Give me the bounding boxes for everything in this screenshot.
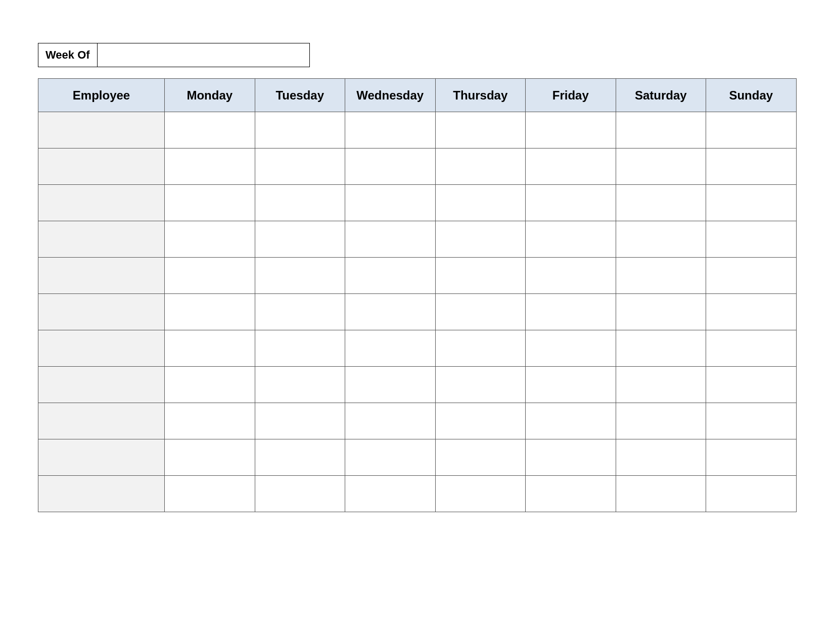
day-cell[interactable] [435,403,526,439]
day-cell[interactable] [345,148,436,185]
day-cell[interactable] [255,148,345,185]
day-cell[interactable] [255,403,345,439]
day-cell[interactable] [165,439,255,476]
day-cell[interactable] [706,476,797,512]
day-cell[interactable] [165,403,255,439]
day-cell[interactable] [165,185,255,221]
employee-cell[interactable] [38,403,165,439]
day-cell[interactable] [435,330,526,367]
day-cell[interactable] [706,258,797,294]
day-cell[interactable] [345,294,436,330]
day-cell[interactable] [616,330,706,367]
day-cell[interactable] [435,221,526,258]
day-cell[interactable] [435,112,526,148]
schedule-body [38,112,797,512]
day-cell[interactable] [345,330,436,367]
day-cell[interactable] [526,294,616,330]
day-cell[interactable] [345,185,436,221]
day-cell[interactable] [706,403,797,439]
day-cell[interactable] [255,258,345,294]
day-cell[interactable] [345,367,436,403]
employee-cell[interactable] [38,476,165,512]
day-cell[interactable] [616,258,706,294]
day-cell[interactable] [526,367,616,403]
day-cell[interactable] [706,221,797,258]
day-cell[interactable] [345,439,436,476]
table-row [38,112,797,148]
employee-cell[interactable] [38,367,165,403]
day-cell[interactable] [435,294,526,330]
week-of-input[interactable] [98,43,310,67]
day-cell[interactable] [255,476,345,512]
employee-cell[interactable] [38,148,165,185]
day-cell[interactable] [435,476,526,512]
table-row [38,330,797,367]
day-cell[interactable] [616,148,706,185]
day-cell[interactable] [255,367,345,403]
day-cell[interactable] [526,258,616,294]
day-cell[interactable] [165,148,255,185]
day-cell[interactable] [435,439,526,476]
day-cell[interactable] [435,185,526,221]
day-cell[interactable] [706,439,797,476]
day-cell[interactable] [165,294,255,330]
table-row [38,367,797,403]
schedule-table: Employee Monday Tuesday Wednesday Thursd… [38,78,797,512]
day-cell[interactable] [526,148,616,185]
employee-cell[interactable] [38,221,165,258]
day-cell[interactable] [616,439,706,476]
day-cell[interactable] [435,258,526,294]
day-cell[interactable] [255,185,345,221]
employee-cell[interactable] [38,258,165,294]
header-friday: Friday [526,79,616,112]
day-cell[interactable] [345,476,436,512]
day-cell[interactable] [345,112,436,148]
day-cell[interactable] [706,185,797,221]
day-cell[interactable] [706,112,797,148]
day-cell[interactable] [616,221,706,258]
day-cell[interactable] [255,439,345,476]
day-cell[interactable] [706,148,797,185]
day-cell[interactable] [706,367,797,403]
day-cell[interactable] [616,367,706,403]
table-row [38,403,797,439]
employee-cell[interactable] [38,439,165,476]
employee-cell[interactable] [38,294,165,330]
day-cell[interactable] [165,258,255,294]
table-row [38,221,797,258]
day-cell[interactable] [706,330,797,367]
day-cell[interactable] [165,330,255,367]
day-cell[interactable] [706,294,797,330]
day-cell[interactable] [165,112,255,148]
day-cell[interactable] [255,330,345,367]
day-cell[interactable] [526,330,616,367]
day-cell[interactable] [616,294,706,330]
day-cell[interactable] [616,403,706,439]
day-cell[interactable] [165,476,255,512]
day-cell[interactable] [616,185,706,221]
header-sunday: Sunday [706,79,797,112]
day-cell[interactable] [165,367,255,403]
day-cell[interactable] [526,476,616,512]
day-cell[interactable] [616,476,706,512]
day-cell[interactable] [526,221,616,258]
day-cell[interactable] [165,221,255,258]
day-cell[interactable] [435,148,526,185]
day-cell[interactable] [526,185,616,221]
day-cell[interactable] [616,112,706,148]
employee-cell[interactable] [38,185,165,221]
day-cell[interactable] [345,258,436,294]
day-cell[interactable] [526,439,616,476]
employee-cell[interactable] [38,112,165,148]
day-cell[interactable] [526,112,616,148]
day-cell[interactable] [255,221,345,258]
employee-cell[interactable] [38,330,165,367]
day-cell[interactable] [345,221,436,258]
header-tuesday: Tuesday [255,79,345,112]
header-thursday: Thursday [435,79,526,112]
day-cell[interactable] [255,294,345,330]
day-cell[interactable] [345,403,436,439]
day-cell[interactable] [435,367,526,403]
day-cell[interactable] [255,112,345,148]
day-cell[interactable] [526,403,616,439]
